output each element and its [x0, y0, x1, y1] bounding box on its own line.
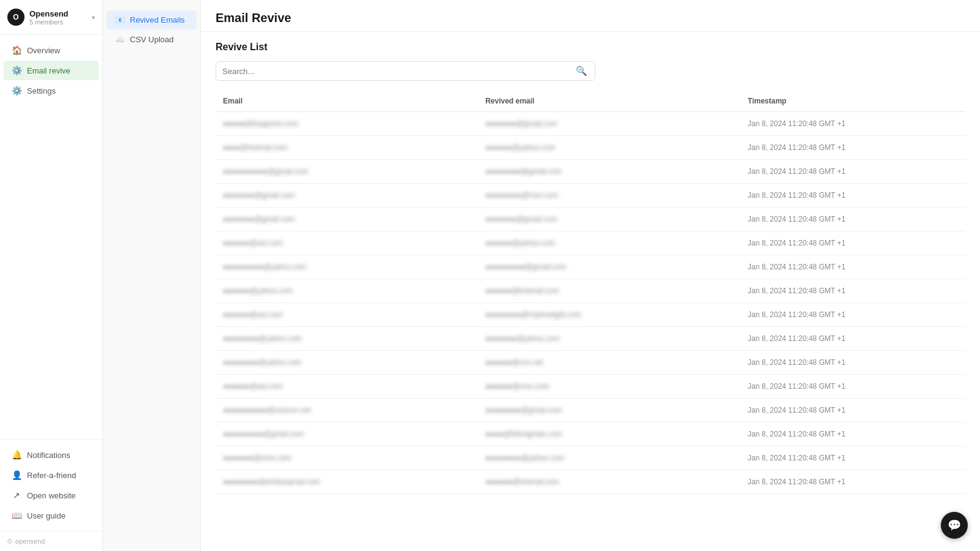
sidebar: O Opensend 5 members ▾ 🏠 Overview ⚙️ Ema… [0, 0, 103, 551]
table-header-row: Email Revived email Timestamp [216, 91, 965, 112]
search-container: 🔍 [216, 61, 595, 81]
subnav-revived-emails-label: Revived Emails [130, 15, 185, 24]
cell-timestamp: Jan 8, 2024 11:20:48 GMT +1 [741, 279, 965, 303]
sidebar-item-overview-label: Overview [27, 46, 60, 55]
email-revive-icon: ⚙️ [11, 66, 22, 75]
sidebar-item-overview[interactable]: 🏠 Overview [4, 40, 99, 60]
table-row: ●●●●●●●@gmail.com●●●●●●●●@msn.comJan 8, … [216, 184, 965, 208]
open-website-label: Open website [27, 491, 76, 500]
cell-timestamp: Jan 8, 2024 11:20:48 GMT +1 [741, 231, 965, 255]
main-body: Revive List 🔍 Email Revived email Timest… [201, 32, 980, 551]
cell-revived-email: ●●●●●●@yahoo.com [478, 136, 740, 160]
page-title: Email Revive [216, 11, 965, 25]
table-row: ●●●●●●@aol.com●●●●●●●●@mybluelight.comJa… [216, 303, 965, 327]
cell-revived-email: ●●●●●●●●@msn.com [478, 184, 740, 208]
main-header: Email Revive [201, 0, 980, 32]
chat-button[interactable]: 💬 [941, 512, 968, 539]
cell-email: ●●●●●●●@msn.com [216, 446, 478, 470]
bell-icon: 🔔 [11, 450, 22, 460]
table-row: ●●●●@hotmail.com●●●●●●@yahoo.comJan 8, 2… [216, 136, 965, 160]
cell-timestamp: Jan 8, 2024 11:20:48 GMT +1 [741, 303, 965, 327]
subnav-item-revived-emails[interactable]: 📧 Revived Emails [107, 10, 197, 29]
cell-email: ●●●●●●@yahoo.com [216, 279, 478, 303]
cell-revived-email: ●●●●●●●●@gmail.com [478, 160, 740, 184]
cell-email: ●●●●●●●●@embarqmail.com [216, 470, 478, 494]
sidebar-item-refer[interactable]: 👤 Refer-a-friend [4, 465, 99, 485]
subnav-csv-upload-label: CSV Upload [130, 35, 174, 44]
cell-email: ●●●●●●●●●@gmail.com [216, 422, 478, 446]
cell-email: ●●●●●●●●●●@gmail.com [216, 160, 478, 184]
cell-timestamp: Jan 8, 2024 11:20:48 GMT +1 [741, 422, 965, 446]
cell-revived-email: ●●●●●●●@gmail.com [478, 112, 740, 136]
cell-revived-email: ●●●●●●●●@yahoo.com [478, 446, 740, 470]
cell-timestamp: Jan 8, 2024 11:20:48 GMT +1 [741, 160, 965, 184]
revive-table: Email Revived email Timestamp ●●●●●@leap… [216, 91, 965, 494]
cell-timestamp: Jan 8, 2024 11:20:48 GMT +1 [741, 255, 965, 279]
sidebar-header[interactable]: O Opensend 5 members ▾ [0, 0, 102, 35]
upload-icon: ☁️ [115, 35, 125, 44]
cell-revived-email: ●●●●●●@hotmail.com [478, 470, 740, 494]
cell-revived-email: ●●●●●●@msn.com [478, 375, 740, 399]
table-row: ●●●●●@leappoint.com●●●●●●●@gmail.comJan … [216, 112, 965, 136]
subnav: 📧 Revived Emails ☁️ CSV Upload [103, 0, 201, 551]
cell-email: ●●●●●●@aol.com [216, 303, 478, 327]
copyright-icon: © [7, 538, 12, 545]
table-row: ●●●●●●●●●@yahoo.com●●●●●●●●●@gmail.comJa… [216, 255, 965, 279]
cell-email: ●●●●@hotmail.com [216, 136, 478, 160]
org-name: Opensend [29, 9, 87, 18]
cell-email: ●●●●●●●@gmail.com [216, 208, 478, 231]
search-button[interactable]: 🔍 [575, 66, 589, 77]
cell-email: ●●●●●@leappoint.com [216, 112, 478, 136]
sidebar-footer: © opensend [0, 531, 102, 551]
table-row: ●●●●●●●●●●@gmail.com●●●●●●●●@gmail.comJa… [216, 160, 965, 184]
cell-timestamp: Jan 8, 2024 11:20:48 GMT +1 [741, 375, 965, 399]
table-row: ●●●●●●●@gmail.com●●●●●●●@gmail.comJan 8,… [216, 208, 965, 231]
external-link-icon: ↗ [11, 490, 22, 500]
table-row: ●●●●●●●●@yahoo.com●●●●●●●@yahoo.comJan 8… [216, 327, 965, 351]
org-info: Opensend 5 members [29, 9, 87, 26]
cell-email: ●●●●●●●@gmail.com [216, 184, 478, 208]
home-icon: 🏠 [11, 45, 22, 55]
table-row: ●●●●●●@yahoo.com●●●●●●@hotmail.comJan 8,… [216, 279, 965, 303]
sidebar-bottom: 🔔 Notifications 👤 Refer-a-friend ↗ Open … [0, 439, 102, 531]
settings-icon: ⚙️ [11, 86, 22, 96]
chat-icon: 💬 [948, 519, 961, 532]
cell-timestamp: Jan 8, 2024 11:20:48 GMT +1 [741, 208, 965, 231]
cell-revived-email: ●●●●@fbforiginals.com [478, 422, 740, 446]
cell-timestamp: Jan 8, 2024 11:20:48 GMT +1 [741, 136, 965, 160]
sidebar-item-settings-label: Settings [27, 86, 56, 96]
cell-revived-email: ●●●●●●●●@mybluelight.com [478, 303, 740, 327]
org-logo: O [7, 9, 24, 26]
cell-email: ●●●●●●●●@yahoo.com [216, 327, 478, 351]
table-row: ●●●●●●●@msn.com●●●●●●●●@yahoo.comJan 8, … [216, 446, 965, 470]
sidebar-item-email-revive-label: Email revive [27, 66, 70, 75]
cell-timestamp: Jan 8, 2024 11:20:48 GMT +1 [741, 327, 965, 351]
sidebar-item-open-website[interactable]: ↗ Open website [4, 485, 99, 505]
org-members: 5 members [29, 18, 87, 26]
user-guide-label: User guide [27, 511, 66, 520]
section-title: Revive List [216, 42, 965, 53]
subnav-item-csv-upload[interactable]: ☁️ CSV Upload [107, 30, 197, 49]
sidebar-item-notifications[interactable]: 🔔 Notifications [4, 445, 99, 465]
sidebar-nav: 🏠 Overview ⚙️ Email revive ⚙️ Settings [0, 35, 102, 439]
sidebar-item-email-revive[interactable]: ⚙️ Email revive [4, 61, 99, 80]
cell-email: ●●●●●●●●@yahoo.com [216, 351, 478, 375]
email-icon: 📧 [115, 15, 125, 24]
cell-revived-email: ●●●●●●●@gmail.com [478, 208, 740, 231]
sidebar-item-settings[interactable]: ⚙️ Settings [4, 81, 99, 100]
table-row: ●●●●●●@aol.com●●●●●●@yahoo.comJan 8, 202… [216, 231, 965, 255]
sidebar-item-user-guide[interactable]: 📖 User guide [4, 506, 99, 525]
cell-timestamp: Jan 8, 2024 11:20:48 GMT +1 [741, 351, 965, 375]
search-input[interactable] [222, 67, 575, 76]
col-header-revived: Revived email [478, 91, 740, 112]
cell-timestamp: Jan 8, 2024 11:20:48 GMT +1 [741, 470, 965, 494]
cell-revived-email: ●●●●●●●●●@gmail.com [478, 255, 740, 279]
table-row: ●●●●●●●●@yahoo.com●●●●●●@cox.netJan 8, 2… [216, 351, 965, 375]
cell-revived-email: ●●●●●●@hotmail.com [478, 279, 740, 303]
cell-email: ●●●●●●@aol.com [216, 375, 478, 399]
notifications-label: Notifications [27, 451, 70, 460]
refer-label: Refer-a-friend [27, 471, 76, 480]
person-icon: 👤 [11, 470, 22, 480]
cell-revived-email: ●●●●●●@cox.net [478, 351, 740, 375]
cell-email: ●●●●●●●●●●@verizon.net [216, 399, 478, 422]
